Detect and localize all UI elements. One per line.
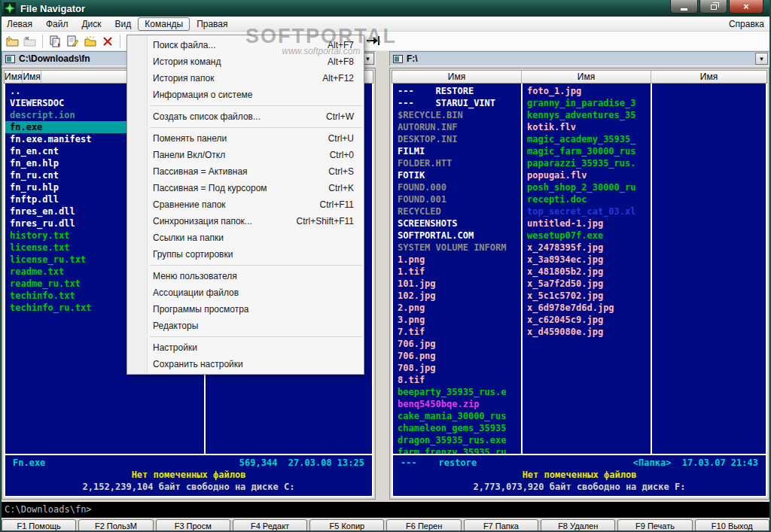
file-row[interactable]: SOFTPORTAL.COM: [393, 230, 521, 242]
right-path-dropdown-button[interactable]: ▼: [755, 53, 768, 65]
file-row[interactable]: SYSTEM VOLUME INFORM: [393, 242, 521, 254]
open-folder-icon[interactable]: [81, 33, 99, 49]
menu-item[interactable]: Редакторы: [127, 318, 364, 334]
menubar-item[interactable]: Команды: [138, 17, 190, 31]
file-row[interactable]: x_c62045c9.jpg: [523, 314, 651, 326]
file-row[interactable]: RECYCLED: [393, 205, 521, 217]
menu-item[interactable]: Сохранить настройки: [127, 356, 364, 372]
right-path-bar[interactable]: F:\ ▼: [389, 51, 769, 66]
file-row[interactable]: x_3a8934ec.jpg: [523, 254, 651, 266]
menu-item[interactable]: Ссылки на папки: [127, 230, 364, 246]
file-row[interactable]: foto_1.jpg: [523, 85, 651, 97]
file-row[interactable]: benq5450bqe.zip: [393, 398, 521, 410]
file-row[interactable]: kennys_adventures_35: [523, 109, 651, 121]
file-row[interactable]: wesetup07f.exe: [523, 230, 651, 242]
file-row[interactable]: 101.jpg: [393, 278, 521, 290]
file-row[interactable]: x_2478395f.jpg: [523, 242, 651, 254]
file-row[interactable]: beeparty_35935_rus.e: [393, 386, 521, 398]
file-row[interactable]: 1.tif: [393, 266, 521, 278]
file-row[interactable]: popugai.flv: [523, 169, 651, 181]
tab-right-icon[interactable]: [366, 35, 379, 49]
menu-item[interactable]: Создать список файлов... Ctrl+W: [127, 108, 364, 125]
file-row[interactable]: 8.tif: [393, 374, 521, 386]
file-row[interactable]: x_d459080e.jpg: [523, 326, 651, 338]
file-row[interactable]: cake_mania_30000_rus: [393, 410, 521, 422]
file-row[interactable]: --- STARUI_VINT: [393, 97, 521, 109]
menu-item[interactable]: Ассоциации файлов: [127, 284, 364, 301]
restore-button[interactable]: [699, 0, 727, 14]
menu-item[interactable]: Программы просмотра: [127, 301, 364, 318]
file-row[interactable]: x_5c1c5702.jpg: [523, 290, 651, 302]
file-row[interactable]: magic_academy_35935_: [523, 133, 651, 145]
fkey-button[interactable]: F2 ПользМ: [78, 519, 153, 532]
file-row[interactable]: kotik.flv: [523, 121, 651, 133]
file-row[interactable]: AUTORUN.INF: [393, 121, 521, 133]
column-header-name[interactable]: Имя: [5, 71, 23, 83]
file-row[interactable]: 706.jpg: [393, 338, 521, 350]
file-row[interactable]: top_secret_cat_03.xl: [523, 205, 651, 217]
menu-item[interactable]: Настройки: [127, 339, 364, 356]
menu-item[interactable]: История папок Alt+F12: [127, 70, 364, 87]
file-row[interactable]: magic_farm_30000_rus: [523, 145, 651, 157]
fkey-button[interactable]: F8 Удален: [541, 519, 615, 532]
file-row[interactable]: 3.png: [393, 314, 521, 326]
column-header-name[interactable]: Имя: [522, 71, 651, 83]
column-header-name[interactable]: Имя: [392, 71, 522, 83]
file-row[interactable]: 706.png: [393, 350, 521, 362]
file-row[interactable]: x_5a7f2d50.jpg: [523, 278, 651, 290]
menubar-item[interactable]: Вид: [108, 17, 139, 31]
menubar-item[interactable]: Файл: [39, 17, 75, 31]
delete-folder-icon[interactable]: [21, 33, 38, 49]
menu-item[interactable]: Меню пользователя: [127, 268, 364, 284]
fkey-button[interactable]: F3 Просм: [156, 519, 230, 532]
menu-item[interactable]: Синхронизация папок... Ctrl+Shift+F11: [127, 213, 364, 230]
menu-item[interactable]: Поиск файла... Alt+F7: [127, 37, 364, 53]
menu-item[interactable]: Группы сортировки: [127, 246, 364, 263]
column-header-name[interactable]: Имя: [651, 71, 766, 83]
menu-item[interactable]: Пассивная = Активная Ctrl+S: [127, 163, 364, 180]
file-row[interactable]: dragon_35935_rus.exe: [393, 434, 521, 446]
menubar-item-help[interactable]: Справка: [729, 19, 771, 29]
file-row[interactable]: paparazzi_35935_rus.: [523, 157, 651, 169]
file-row[interactable]: granny_in_paradise_3: [523, 97, 651, 109]
menubar-item[interactable]: Левая: [0, 17, 39, 31]
file-row[interactable]: FILMI: [393, 145, 521, 157]
fkey-button[interactable]: F9 Печать: [617, 519, 692, 532]
file-row[interactable]: 7.tif: [393, 326, 521, 338]
file-row[interactable]: FOTIK: [393, 169, 521, 181]
file-row[interactable]: SCREENSHOTS: [393, 217, 521, 230]
close-button[interactable]: ×: [729, 0, 763, 14]
fkey-button[interactable]: F7 Папка: [464, 519, 538, 532]
edit-file-icon[interactable]: [64, 33, 81, 49]
menu-item[interactable]: Панели Вкл/Откл Ctrl+0: [127, 147, 364, 163]
file-row[interactable]: DESKTOP.INI: [393, 133, 521, 145]
file-row[interactable]: recepti.doc: [523, 193, 651, 205]
file-row[interactable]: 1.png: [393, 254, 521, 266]
menubar-item[interactable]: Правая: [190, 17, 234, 31]
menu-item[interactable]: История команд Alt+F8: [127, 53, 364, 70]
file-row[interactable]: chameleon_gems_35935: [393, 422, 521, 434]
file-row[interactable]: 102.jpg: [393, 290, 521, 302]
file-row[interactable]: $RECYCLE.BIN: [393, 109, 521, 121]
menu-item[interactable]: Поменять панели Ctrl+U: [127, 130, 364, 147]
file-row[interactable]: 708.jpg: [393, 362, 521, 374]
fkey-button[interactable]: F4 Редакт: [233, 519, 307, 532]
menu-item[interactable]: Сравнение папок Ctrl+F11: [127, 196, 364, 213]
menubar-item[interactable]: Диск: [75, 17, 108, 31]
app-icon[interactable]: [4, 2, 16, 14]
column-header-name[interactable]: Имя: [23, 71, 41, 83]
delete-icon[interactable]: [99, 33, 116, 49]
command-line[interactable]: C:\Downloads\fn>: [0, 502, 771, 518]
file-row[interactable]: x_6d978e7d6d.jpg: [523, 302, 651, 314]
minimize-button[interactable]: [670, 0, 698, 14]
menu-item[interactable]: Информация о системе: [127, 87, 364, 103]
file-row[interactable]: untitled-1.jpg: [523, 217, 651, 230]
menu-item[interactable]: Пассивная = Под курсором Ctrl+K: [127, 180, 364, 196]
file-row[interactable]: FOUND.001: [393, 193, 521, 205]
file-row[interactable]: 2.png: [393, 302, 521, 314]
file-row[interactable]: FOUND.000: [393, 181, 521, 193]
file-row[interactable]: posh_shop_2_30000_ru: [523, 181, 651, 193]
fkey-button[interactable]: F5 Копир: [309, 519, 384, 532]
fkey-button[interactable]: F1 Помощь: [2, 519, 76, 532]
new-folder-icon[interactable]: [4, 33, 21, 49]
